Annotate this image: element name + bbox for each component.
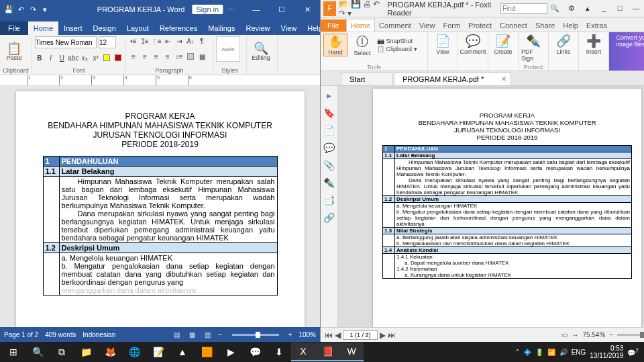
tab-protect[interactable]: Protect: [464, 19, 496, 32]
clipboard-tool[interactable]: 📋 Clipboard ▾: [377, 46, 417, 52]
tray-bt-icon[interactable]: 💠: [523, 349, 531, 356]
taskbar-app2[interactable]: 🟧: [195, 343, 219, 361]
doc-tab-start[interactable]: Start: [341, 73, 392, 85]
find-input[interactable]: [500, 3, 547, 14]
pdf-sign-group[interactable]: ✒️PDF Sign: [521, 34, 545, 62]
signin-button[interactable]: Sign in: [193, 5, 223, 14]
taskbar-idm[interactable]: ⬇: [267, 343, 291, 361]
pages-icon[interactable]: 📄: [323, 125, 335, 136]
taskbar-sublime[interactable]: 📝: [146, 343, 170, 361]
word-ruler[interactable]: 1 2 3 4 5 6: [0, 75, 320, 86]
strike-icon[interactable]: abc: [68, 53, 78, 62]
taskbar-word[interactable]: W: [339, 343, 364, 361]
redo-icon[interactable]: ↷: [28, 5, 38, 14]
settings-icon[interactable]: ⚙: [564, 4, 580, 13]
tab-home[interactable]: Home: [346, 19, 375, 32]
taskbar-app1[interactable]: ▲: [170, 343, 195, 361]
show-marks-icon[interactable]: ¶: [197, 36, 207, 46]
snapshot-tool[interactable]: 📷 SnapShot: [377, 38, 417, 44]
qat-more-icon[interactable]: ▾: [40, 5, 50, 14]
taskbar-foxit[interactable]: 📕: [315, 343, 339, 361]
zoom-level[interactable]: 100%: [299, 331, 316, 338]
tray-lang[interactable]: ENG: [572, 349, 586, 356]
tray-battery-icon[interactable]: 🔋: [535, 349, 543, 356]
tray-wifi-icon[interactable]: 📶: [547, 349, 555, 356]
tab-review[interactable]: Review: [241, 21, 276, 35]
tray-clock[interactable]: 0:53 13/11/2019: [590, 345, 623, 359]
links-group[interactable]: 🔗Links: [551, 34, 576, 55]
qat-more-icon[interactable]: ▾: [347, 9, 352, 18]
justify-icon[interactable]: ≡: [163, 52, 172, 61]
tab-extras[interactable]: Extras: [582, 19, 611, 32]
taskbar-excel[interactable]: X: [291, 343, 315, 361]
tab-home[interactable]: Home: [28, 21, 58, 35]
bold-icon[interactable]: B: [35, 53, 44, 62]
tab-file[interactable]: File: [0, 21, 28, 35]
read-mode-icon[interactable]: ▤: [174, 331, 180, 338]
next-page-icon[interactable]: ▶: [380, 330, 386, 340]
tab-view[interactable]: View: [415, 19, 439, 32]
bullets-icon[interactable]: •≡: [129, 36, 138, 46]
language-indicator[interactable]: Indonesian: [83, 331, 115, 338]
open-icon[interactable]: 📂: [339, 0, 349, 9]
superscript-icon[interactable]: x²: [91, 53, 101, 62]
zoom-slider[interactable]: [617, 334, 644, 336]
maximize-icon[interactable]: ☐: [269, 0, 294, 19]
outdent-icon[interactable]: ⇤: [163, 36, 172, 46]
font-name-select[interactable]: [35, 36, 97, 48]
numbering-icon[interactable]: 1≡: [140, 36, 150, 46]
sort-icon[interactable]: A↓: [186, 36, 195, 46]
last-page-icon[interactable]: ⏭: [388, 330, 396, 340]
italic-icon[interactable]: I: [46, 53, 56, 62]
zoom-out-icon[interactable]: −: [219, 331, 223, 338]
multilevel-icon[interactable]: ⋮≡: [152, 36, 161, 46]
indent-icon[interactable]: ⇥: [174, 36, 184, 46]
paste-button[interactable]: 📋 Paste: [3, 36, 25, 67]
tab-design[interactable]: Design: [88, 21, 121, 35]
page-indicator[interactable]: Page 1 of 2: [4, 331, 38, 338]
align-center-icon[interactable]: ≡: [140, 52, 150, 61]
comment-group[interactable]: 💬Comment: [461, 34, 485, 55]
zoom-slider[interactable]: [232, 334, 279, 336]
tab-view[interactable]: View: [276, 21, 303, 35]
first-page-icon[interactable]: ⏮: [325, 330, 333, 340]
insert-group[interactable]: ➕Insert: [582, 34, 606, 55]
subscript-icon[interactable]: x₂: [80, 53, 89, 62]
tab-references[interactable]: References: [154, 21, 203, 35]
word-count[interactable]: 409 words: [45, 331, 76, 338]
signatures-icon[interactable]: ✒️: [323, 177, 335, 188]
task-view-icon[interactable]: ⧉: [50, 343, 74, 361]
font-color-icon[interactable]: [113, 53, 123, 62]
taskbar-explorer[interactable]: 📁: [74, 343, 98, 361]
select-tool[interactable]: ⒾSelect: [350, 34, 374, 56]
tab-form[interactable]: Form: [439, 19, 464, 32]
zoom-in-icon[interactable]: +: [288, 331, 292, 338]
comments-icon[interactable]: 💬: [323, 142, 335, 153]
align-right-icon[interactable]: ≡: [152, 52, 161, 61]
search-icon[interactable]: 🔍: [25, 343, 50, 361]
start-button[interactable]: ⊞: [1, 343, 25, 361]
styles-gallery[interactable]: AaBb: [216, 36, 240, 62]
tab-insert[interactable]: Insert: [58, 21, 88, 35]
zoom-out-icon[interactable]: −: [609, 331, 613, 338]
taskbar-line[interactable]: 💬: [243, 343, 267, 361]
convert-ad[interactable]: Convert yourimage files to PDFs: [609, 32, 644, 71]
bookmarks-icon[interactable]: 🔖: [323, 107, 335, 118]
tab-share[interactable]: Share: [531, 19, 559, 32]
web-layout-icon[interactable]: ▥: [205, 331, 211, 338]
prev-page-icon[interactable]: ◀: [335, 330, 341, 340]
line-spacing-icon[interactable]: ↕≡: [174, 52, 184, 61]
undo-icon[interactable]: ↶: [16, 5, 25, 14]
tray-notifications-icon[interactable]: 💬7: [627, 347, 639, 357]
tray-chevron-icon[interactable]: ˄: [516, 349, 519, 356]
doc-tab-current[interactable]: PROGRAM KERJA.pdf * ✕: [394, 73, 511, 85]
expand-icon[interactable]: ▸: [327, 90, 331, 101]
taskbar-app3[interactable]: ▶: [219, 343, 243, 361]
undo-icon[interactable]: ↶: [373, 0, 380, 9]
tab-help[interactable]: Help: [559, 19, 582, 32]
tray-volume-icon[interactable]: 🔊: [559, 349, 568, 356]
foxit-page-area[interactable]: PROGRAM KERJA BENDAHARA HIMPUNAN MAHASIS…: [338, 86, 644, 327]
highlight-icon[interactable]: [103, 53, 112, 62]
min-inner-icon[interactable]: _: [596, 4, 612, 13]
page-input[interactable]: [343, 330, 378, 340]
